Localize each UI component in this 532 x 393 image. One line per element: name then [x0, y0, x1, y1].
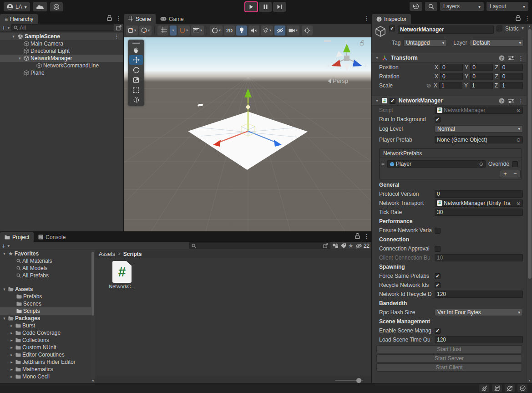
draw-mode-dropdown[interactable]: ▾ [210, 26, 223, 36]
help-icon[interactable]: ? [499, 55, 505, 61]
tree-prefabs-folder[interactable]: Prefabs [0, 293, 91, 300]
unlock-icon[interactable] [360, 40, 365, 46]
start-server-button[interactable]: Start Server [376, 354, 522, 362]
step-button[interactable] [273, 2, 286, 12]
cloud-services-button[interactable] [33, 2, 47, 11]
hidden-items-toggle[interactable]: 22 [355, 243, 370, 249]
remove-prefab-button[interactable]: − [510, 170, 520, 178]
y-axis-cone[interactable] [343, 44, 350, 52]
scale-x-field[interactable]: 1 [439, 82, 462, 89]
2d-toggle-button[interactable]: 2D [224, 26, 235, 36]
protocol-version-field[interactable]: 0 [435, 190, 523, 198]
position-z-field[interactable]: 0 [500, 64, 523, 71]
grid-options-dropdown[interactable]: ▾ [170, 26, 177, 36]
camera-settings-dropdown[interactable]: ▾ [287, 26, 299, 36]
foldout-triangle-icon[interactable]: ▸ [9, 331, 14, 335]
scale-y-field[interactable]: 1 [470, 82, 493, 89]
tab-project[interactable]: Project [0, 232, 34, 242]
open-new-window-icon[interactable] [323, 243, 328, 248]
scene-menu-button[interactable]: ⋮ [114, 34, 120, 40]
override-checkbox[interactable] [512, 161, 518, 167]
tool-handle-rotation-button[interactable]: ▾ [139, 26, 152, 36]
static-checkbox[interactable] [497, 26, 502, 31]
inspector-scrollbar[interactable]: ▲ ▼ [527, 24, 532, 383]
breadcrumb-current[interactable]: Scripts [123, 251, 142, 257]
gameobject-icon-large[interactable] [375, 26, 386, 37]
gameobject-name-field[interactable]: NetworkManager [398, 26, 494, 34]
lock-icon[interactable] [355, 233, 360, 239]
tree-scripts-folder[interactable]: Scripts [0, 307, 91, 315]
scale-z-field[interactable]: 1 [500, 82, 523, 89]
recycle-network-ids-checkbox[interactable]: ✓ [435, 282, 441, 288]
foldout-triangle-icon[interactable]: ▸ [9, 338, 14, 342]
load-scene-timeout-field[interactable]: 120 [435, 336, 523, 343]
audio-mute-button[interactable] [248, 26, 259, 36]
force-same-prefabs-checkbox[interactable]: ✓ [435, 273, 441, 279]
networkmanager-component-header[interactable]: ▾ # ✓ NetworkManager ? ⋮ [372, 96, 527, 106]
orientation-gizmo[interactable] [331, 44, 362, 71]
grid-size-button[interactable]: ▾ [191, 26, 204, 36]
layers-dropdown[interactable]: Layers ▾ [440, 2, 484, 11]
breadcrumb-root[interactable]: Assets [99, 251, 115, 257]
rpc-hash-size-dropdown[interactable]: Var Int Four Bytes▾ [435, 309, 523, 316]
layout-dropdown[interactable]: Layout ▾ [486, 2, 528, 11]
connection-approval-checkbox[interactable] [435, 246, 441, 252]
tree-packages[interactable]: ▾ Packages [0, 315, 91, 322]
tree-package-collections[interactable]: ▸ Collections [0, 337, 91, 344]
tab-hierarchy[interactable]: ≡ Hierarchy [0, 14, 38, 24]
overlay-grip[interactable] [128, 41, 144, 45]
tree-all-models[interactable]: All Models [0, 265, 91, 272]
rotation-y-field[interactable]: 0 [470, 73, 493, 80]
effects-dropdown[interactable]: ▾ [261, 26, 273, 36]
scroll-down-icon[interactable]: ▼ [528, 379, 531, 382]
inspector-menu-button[interactable]: ⋮ [524, 15, 530, 21]
asset-networkcommandline-script[interactable]: # NetworkC... [108, 258, 136, 289]
tree-package-jetbrains-rider[interactable]: ▸ JetBrains Rider Editor [0, 358, 91, 366]
network-prefab-row[interactable]: = Player ⊙ Override [380, 158, 522, 170]
enable-scene-management-checkbox[interactable]: ✓ [435, 328, 441, 334]
move-tool-button[interactable] [129, 55, 143, 65]
tag-dropdown[interactable]: Untagged▾ [403, 39, 447, 46]
add-prefab-button[interactable]: + [500, 170, 510, 178]
lock-icon[interactable] [107, 15, 112, 21]
zoom-slider-thumb[interactable] [356, 378, 361, 383]
tree-favorites[interactable]: ▾ ★ Favorites [0, 250, 91, 257]
rotate-tool-button[interactable] [129, 65, 143, 75]
auto-refresh-status-button[interactable] [505, 384, 515, 392]
axis-cone-back[interactable] [336, 51, 343, 57]
scene-visibility-button[interactable] [274, 26, 285, 36]
hierarchy-item-main-camera[interactable]: Main Camera [0, 40, 123, 47]
tree-assets[interactable]: ▾ Assets [0, 286, 91, 293]
scale-tool-button[interactable] [129, 75, 143, 85]
layer-dropdown[interactable]: Default▾ [470, 39, 524, 46]
hierarchy-item-samplescene[interactable]: ▾ SampleScene ⋮ [0, 33, 123, 40]
global-search-button[interactable] [425, 2, 437, 11]
active-checkbox[interactable]: ✓ [389, 26, 395, 31]
player-prefab-field[interactable]: None (Game Object)⊙ [435, 136, 523, 143]
transform-component-header[interactable]: ▾ Transform ? ⋮ [372, 53, 527, 63]
lighting-toggle-button[interactable] [236, 26, 247, 36]
hierarchy-search-input[interactable]: All [11, 24, 114, 31]
grid-visibility-button[interactable] [157, 26, 168, 36]
foldout-triangle-icon[interactable]: ▾ [2, 316, 7, 321]
help-icon[interactable]: ? [499, 98, 505, 104]
pause-button[interactable] [259, 2, 272, 12]
hierarchy-item-directional-light[interactable]: Directional Light [0, 47, 123, 55]
rotation-x-field[interactable]: 0 [440, 73, 463, 80]
object-picker-icon[interactable]: ⊙ [479, 161, 483, 167]
foldout-triangle-icon[interactable]: ▸ [9, 323, 14, 328]
scrollbar-thumb[interactable] [91, 252, 94, 316]
tree-package-mathematics[interactable]: ▸ Mathematics [0, 366, 91, 373]
debugger-status-button[interactable] [479, 384, 489, 392]
gizmos-dropdown[interactable] [302, 26, 313, 36]
hierarchy-item-networkmanager[interactable]: ▾ NetworkManager [0, 55, 123, 62]
component-enabled-checkbox[interactable]: ✓ [390, 98, 395, 104]
position-y-field[interactable]: 0 [470, 64, 493, 71]
tab-console[interactable]: Console [34, 232, 70, 242]
project-search-input[interactable] [189, 242, 330, 249]
tab-game[interactable]: Game [156, 14, 188, 24]
scroll-down-icon[interactable]: ▼ [91, 379, 95, 383]
drag-handle-icon[interactable]: = [381, 161, 385, 167]
hierarchy-item-plane[interactable]: Plane [0, 69, 123, 77]
foldout-triangle-icon[interactable]: ▸ [9, 345, 14, 350]
